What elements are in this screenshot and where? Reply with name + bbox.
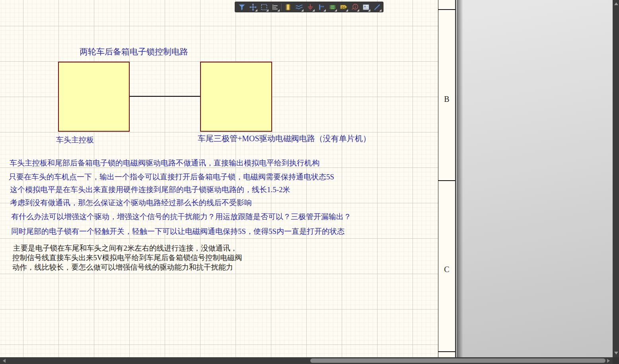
selection-icon[interactable] [259,2,269,12]
zone-letter-c: C [438,265,455,274]
canvas-edge-shadow [457,0,463,357]
component-icon[interactable] [283,2,293,12]
pin-icon[interactable] [316,2,326,12]
toolbar-separator [281,4,282,11]
wire-icon[interactable] [294,2,304,12]
power-port-icon[interactable] [305,2,315,12]
schematic-canvas[interactable]: 两轮车后备箱电子锁控制电路 车头主控板 车尾三极管+MOS驱动电磁阀电路（没有单… [0,0,438,357]
note-line[interactable]: 动作，线比较长，要怎么做可以增强信号线的驱动能力和抗干扰能力 [12,262,233,272]
note-line[interactable]: 这个模拟电平是在车头出来直接用硬件连接到尾部的电子锁驱动电路的，线长1.5-2米 [10,185,290,195]
note-line[interactable]: 只要在车头的车机点一下，输出一个指令可以直接打开后备箱电子锁，电磁阀需要保持通电… [9,172,334,182]
note-line[interactable]: 同时尾部的电子锁有一个轻触开关，轻触一下可以让电磁阀通电保持5S，使得5S内一直… [11,226,345,237]
sheet-symbol-head-label[interactable]: 车头主控板 [56,135,94,145]
scrollbar-corner [613,357,619,364]
connecting-wire[interactable] [130,96,200,97]
note-line[interactable]: 有什么办法可以增强这个驱动，增强这个信号的抗干扰能力？用运放跟随是否可以？三极管… [11,212,351,222]
note-line[interactable]: 考虑到没有做通讯，那怎么保证这个驱动电路经过那么长的线后不受影响 [10,198,252,208]
sheet-symbol-tail-label[interactable]: 车尾三极管+MOS驱动电磁阀电路（没有单片机） [198,133,371,144]
filter-icon[interactable] [237,2,247,12]
note-line[interactable]: 主要是电子锁在车尾和车头之间有2米左右的线进行连接，没做通讯， [13,243,237,253]
line-icon[interactable] [372,2,382,12]
move-icon[interactable] [248,2,258,12]
text-frame-icon[interactable]: A [361,2,371,12]
scroll-right-icon[interactable] [607,359,610,363]
app-window: 两轮车后备箱电子锁控制电路 车头主控板 车尾三极管+MOS驱动电磁阀电路（没有单… [0,0,619,364]
active-toolbar: D1 A [235,2,383,12]
schematic-title-text[interactable]: 两轮车后备箱电子锁控制电路 [80,46,188,57]
side-panel [456,0,613,357]
text-frame-letter: A [364,5,366,8]
zone-divider [438,351,455,352]
horizontal-scrollbar-thumb[interactable] [310,358,605,363]
scroll-left-icon[interactable] [3,359,6,363]
zone-divider [438,9,455,10]
note-line[interactable]: 控制信号线直接车头出来5V模拟电平给到车尾后备箱锁信号控制电磁阀 [12,253,242,263]
vertical-scrollbar[interactable] [613,0,619,364]
scroll-up-icon[interactable] [614,2,618,5]
zone-divider [438,180,455,181]
no-erc-icon[interactable] [350,2,360,12]
zone-letter-b: B [438,95,455,104]
align-icon[interactable] [270,2,280,12]
sheet-symbol-head[interactable] [58,62,130,132]
net-label-icon[interactable]: D1 [339,2,348,12]
note-line[interactable]: 车头主控板和尾部后备箱电子锁的电磁阀驱动电路不做通讯，直接输出模拟电平给到执行机… [10,158,319,168]
net-label-text: D1 [341,6,346,9]
sheet-zone-ruler: B C [438,0,456,357]
scroll-down-icon[interactable] [614,352,618,354]
sheet-part-icon[interactable] [327,2,337,12]
horizontal-scrollbar[interactable] [0,357,613,364]
sheet-symbol-tail[interactable] [200,62,272,132]
